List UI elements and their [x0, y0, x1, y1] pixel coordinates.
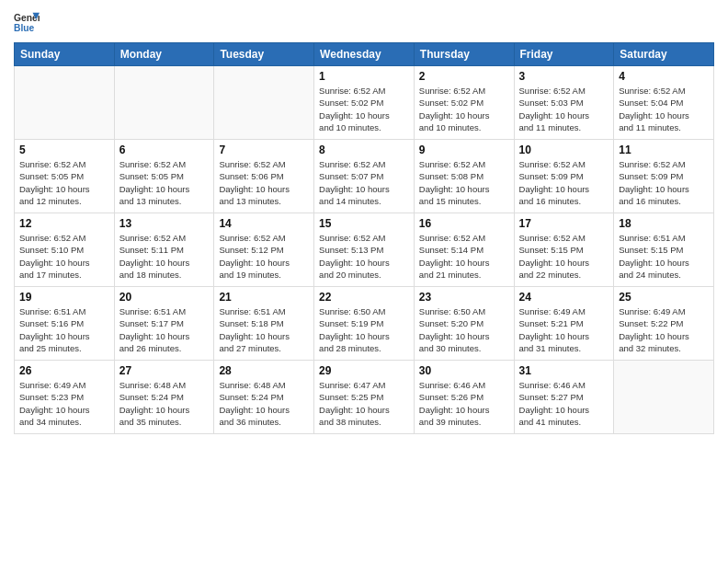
calendar-cell: 26Sunrise: 6:49 AM Sunset: 5:23 PM Dayli…: [15, 361, 115, 434]
day-number: 23: [419, 291, 509, 304]
day-header-wednesday: Wednesday: [314, 43, 415, 66]
calendar-cell: 18Sunrise: 6:51 AM Sunset: 5:15 PM Dayli…: [614, 213, 714, 287]
day-number: 30: [419, 364, 509, 377]
day-number: 7: [219, 144, 309, 156]
day-info: Sunrise: 6:52 AM Sunset: 5:11 PM Dayligh…: [119, 232, 210, 281]
svg-text:Blue: Blue: [14, 23, 35, 33]
day-info: Sunrise: 6:52 AM Sunset: 5:10 PM Dayligh…: [19, 232, 109, 281]
day-number: 17: [519, 217, 609, 230]
day-number: 1: [319, 70, 409, 83]
calendar-cell: 5Sunrise: 6:52 AM Sunset: 5:05 PM Daylig…: [15, 140, 115, 213]
day-info: Sunrise: 6:52 AM Sunset: 5:05 PM Dayligh…: [19, 158, 109, 207]
day-info: Sunrise: 6:49 AM Sunset: 5:21 PM Dayligh…: [519, 305, 609, 354]
calendar-cell: 25Sunrise: 6:49 AM Sunset: 5:22 PM Dayli…: [614, 287, 714, 361]
day-number: 20: [119, 291, 210, 304]
week-row-2: 5Sunrise: 6:52 AM Sunset: 5:05 PM Daylig…: [15, 140, 714, 213]
calendar-cell: 12Sunrise: 6:52 AM Sunset: 5:10 PM Dayli…: [15, 213, 115, 287]
day-number: 16: [419, 217, 509, 230]
day-number: 21: [219, 291, 309, 304]
day-info: Sunrise: 6:51 AM Sunset: 5:18 PM Dayligh…: [219, 305, 309, 354]
calendar-cell: 10Sunrise: 6:52 AM Sunset: 5:09 PM Dayli…: [514, 140, 614, 213]
day-number: 3: [519, 70, 609, 83]
day-number: 27: [119, 364, 210, 377]
day-number: 5: [19, 144, 109, 156]
day-header-thursday: Thursday: [414, 43, 514, 66]
calendar-cell: 14Sunrise: 6:52 AM Sunset: 5:12 PM Dayli…: [214, 213, 314, 287]
day-number: 26: [19, 364, 109, 377]
day-number: 2: [419, 70, 509, 83]
day-info: Sunrise: 6:52 AM Sunset: 5:09 PM Dayligh…: [619, 158, 709, 207]
calendar-cell: [15, 66, 115, 140]
day-info: Sunrise: 6:52 AM Sunset: 5:09 PM Dayligh…: [519, 158, 609, 207]
day-number: 25: [619, 291, 709, 304]
day-number: 4: [619, 70, 709, 83]
calendar-cell: 3Sunrise: 6:52 AM Sunset: 5:03 PM Daylig…: [514, 66, 614, 140]
calendar-cell: 9Sunrise: 6:52 AM Sunset: 5:08 PM Daylig…: [414, 140, 514, 213]
calendar-cell: 21Sunrise: 6:51 AM Sunset: 5:18 PM Dayli…: [214, 287, 314, 361]
calendar-cell: 24Sunrise: 6:49 AM Sunset: 5:21 PM Dayli…: [514, 287, 614, 361]
day-info: Sunrise: 6:50 AM Sunset: 5:20 PM Dayligh…: [419, 305, 509, 354]
calendar-cell: [614, 361, 714, 434]
day-number: 31: [519, 364, 609, 377]
calendar-cell: 16Sunrise: 6:52 AM Sunset: 5:14 PM Dayli…: [414, 213, 514, 287]
day-info: Sunrise: 6:52 AM Sunset: 5:15 PM Dayligh…: [519, 232, 609, 281]
day-info: Sunrise: 6:46 AM Sunset: 5:26 PM Dayligh…: [419, 379, 509, 428]
day-number: 18: [619, 217, 709, 230]
week-row-5: 26Sunrise: 6:49 AM Sunset: 5:23 PM Dayli…: [15, 361, 714, 434]
calendar-table: SundayMondayTuesdayWednesdayThursdayFrid…: [14, 42, 714, 434]
day-info: Sunrise: 6:51 AM Sunset: 5:15 PM Dayligh…: [619, 232, 709, 281]
day-info: Sunrise: 6:52 AM Sunset: 5:08 PM Dayligh…: [419, 158, 509, 207]
day-info: Sunrise: 6:52 AM Sunset: 5:04 PM Dayligh…: [619, 85, 709, 133]
day-info: Sunrise: 6:52 AM Sunset: 5:03 PM Dayligh…: [519, 85, 609, 133]
day-info: Sunrise: 6:52 AM Sunset: 5:13 PM Dayligh…: [319, 232, 409, 281]
day-header-friday: Friday: [514, 43, 614, 66]
calendar-cell: 23Sunrise: 6:50 AM Sunset: 5:20 PM Dayli…: [414, 287, 514, 361]
day-number: 8: [319, 144, 409, 156]
logo: General Blue: [14, 9, 40, 35]
calendar-cell: 11Sunrise: 6:52 AM Sunset: 5:09 PM Dayli…: [614, 140, 714, 213]
day-info: Sunrise: 6:46 AM Sunset: 5:27 PM Dayligh…: [519, 379, 609, 428]
day-info: Sunrise: 6:48 AM Sunset: 5:24 PM Dayligh…: [219, 379, 309, 428]
day-number: 15: [319, 217, 409, 230]
calendar-cell: 19Sunrise: 6:51 AM Sunset: 5:16 PM Dayli…: [15, 287, 115, 361]
day-info: Sunrise: 6:50 AM Sunset: 5:19 PM Dayligh…: [319, 305, 409, 354]
day-info: Sunrise: 6:52 AM Sunset: 5:02 PM Dayligh…: [319, 85, 409, 133]
calendar-cell: 13Sunrise: 6:52 AM Sunset: 5:11 PM Dayli…: [114, 213, 214, 287]
day-number: 24: [519, 291, 609, 304]
calendar-cell: 8Sunrise: 6:52 AM Sunset: 5:07 PM Daylig…: [314, 140, 415, 213]
day-number: 29: [319, 364, 409, 377]
calendar-cell: 17Sunrise: 6:52 AM Sunset: 5:15 PM Dayli…: [514, 213, 614, 287]
logo-icon: General Blue: [14, 9, 40, 35]
week-row-4: 19Sunrise: 6:51 AM Sunset: 5:16 PM Dayli…: [15, 287, 714, 361]
day-info: Sunrise: 6:52 AM Sunset: 5:05 PM Dayligh…: [119, 158, 210, 207]
day-number: 11: [619, 144, 709, 156]
day-info: Sunrise: 6:49 AM Sunset: 5:23 PM Dayligh…: [19, 379, 109, 428]
calendar-cell: 20Sunrise: 6:51 AM Sunset: 5:17 PM Dayli…: [114, 287, 214, 361]
calendar-cell: 6Sunrise: 6:52 AM Sunset: 5:05 PM Daylig…: [114, 140, 214, 213]
day-number: 14: [219, 217, 309, 230]
calendar-cell: 2Sunrise: 6:52 AM Sunset: 5:02 PM Daylig…: [414, 66, 514, 140]
day-number: 13: [119, 217, 210, 230]
day-info: Sunrise: 6:52 AM Sunset: 5:02 PM Dayligh…: [419, 85, 509, 133]
day-number: 22: [319, 291, 409, 304]
day-header-monday: Monday: [114, 43, 214, 66]
calendar-cell: 22Sunrise: 6:50 AM Sunset: 5:19 PM Dayli…: [314, 287, 415, 361]
day-number: 10: [519, 144, 609, 156]
day-info: Sunrise: 6:52 AM Sunset: 5:12 PM Dayligh…: [219, 232, 309, 281]
calendar-cell: 31Sunrise: 6:46 AM Sunset: 5:27 PM Dayli…: [514, 361, 614, 434]
calendar-cell: 1Sunrise: 6:52 AM Sunset: 5:02 PM Daylig…: [314, 66, 415, 140]
day-number: 28: [219, 364, 309, 377]
calendar-cell: 27Sunrise: 6:48 AM Sunset: 5:24 PM Dayli…: [114, 361, 214, 434]
day-info: Sunrise: 6:52 AM Sunset: 5:07 PM Dayligh…: [319, 158, 409, 207]
day-header-sunday: Sunday: [15, 43, 115, 66]
day-info: Sunrise: 6:51 AM Sunset: 5:16 PM Dayligh…: [19, 305, 109, 354]
calendar-cell: 30Sunrise: 6:46 AM Sunset: 5:26 PM Dayli…: [414, 361, 514, 434]
day-number: 19: [19, 291, 109, 304]
calendar-cell: [114, 66, 214, 140]
day-info: Sunrise: 6:51 AM Sunset: 5:17 PM Dayligh…: [119, 305, 210, 354]
day-info: Sunrise: 6:47 AM Sunset: 5:25 PM Dayligh…: [319, 379, 409, 428]
calendar-cell: [214, 66, 314, 140]
day-info: Sunrise: 6:52 AM Sunset: 5:06 PM Dayligh…: [219, 158, 309, 207]
page-header: General Blue: [14, 9, 714, 35]
day-info: Sunrise: 6:48 AM Sunset: 5:24 PM Dayligh…: [119, 379, 210, 428]
